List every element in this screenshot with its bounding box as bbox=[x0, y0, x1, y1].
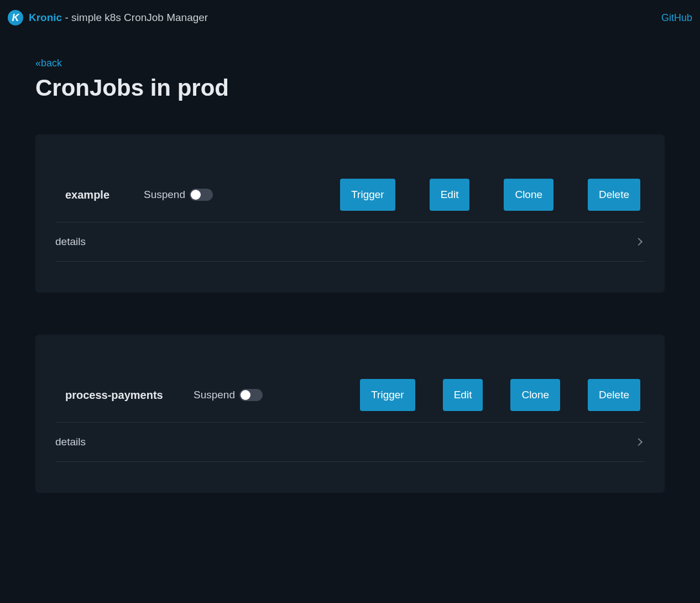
brand-name: Kronic bbox=[29, 12, 62, 23]
logo-icon: K bbox=[8, 10, 23, 25]
cronjob-header-row: process-payments Suspend Trigger Edit Cl… bbox=[55, 379, 645, 423]
clone-button[interactable]: Clone bbox=[510, 379, 560, 411]
content: «back CronJobs in prod example Suspend T… bbox=[0, 35, 700, 557]
details-label: details bbox=[55, 236, 86, 248]
toggle-knob bbox=[241, 390, 250, 400]
trigger-button[interactable]: Trigger bbox=[360, 379, 415, 411]
details-row[interactable]: details bbox=[55, 222, 645, 262]
app-title: Kronic - simple k8s CronJob Manager bbox=[29, 12, 208, 24]
cronjob-name: process-payments bbox=[55, 389, 194, 402]
chevron-right-icon bbox=[635, 438, 642, 446]
header: K Kronic - simple k8s CronJob Manager Gi… bbox=[0, 0, 700, 35]
cronjob-card: process-payments Suspend Trigger Edit Cl… bbox=[35, 335, 665, 493]
delete-button[interactable]: Delete bbox=[588, 379, 640, 411]
delete-button[interactable]: Delete bbox=[588, 179, 640, 211]
suspend-toggle[interactable] bbox=[190, 189, 213, 201]
trigger-button[interactable]: Trigger bbox=[340, 179, 395, 211]
page-title: CronJobs in prod bbox=[35, 75, 665, 101]
edit-button[interactable]: Edit bbox=[430, 179, 470, 211]
details-label: details bbox=[55, 436, 86, 448]
header-left: K Kronic - simple k8s CronJob Manager bbox=[8, 10, 208, 25]
brand-tagline: simple k8s CronJob Manager bbox=[71, 12, 208, 23]
suspend-label: Suspend bbox=[194, 389, 235, 401]
cronjob-actions: Trigger Edit Clone Delete bbox=[340, 179, 645, 211]
cronjob-name: example bbox=[55, 189, 144, 201]
back-link[interactable]: «back bbox=[35, 58, 62, 69]
github-link[interactable]: GitHub bbox=[661, 12, 692, 24]
cronjob-header-row: example Suspend Trigger Edit Clone Delet… bbox=[55, 179, 645, 222]
toggle-knob bbox=[191, 190, 201, 200]
suspend-label: Suspend bbox=[144, 189, 185, 201]
brand-separator: - bbox=[62, 12, 71, 23]
suspend-toggle[interactable] bbox=[239, 389, 263, 401]
clone-button[interactable]: Clone bbox=[504, 179, 553, 211]
cronjob-actions: Trigger Edit Clone Delete bbox=[360, 379, 645, 411]
suspend-group: Suspend bbox=[194, 389, 263, 401]
suspend-group: Suspend bbox=[144, 189, 213, 201]
edit-button[interactable]: Edit bbox=[443, 379, 483, 411]
details-row[interactable]: details bbox=[55, 423, 645, 462]
cronjob-card: example Suspend Trigger Edit Clone Delet… bbox=[35, 134, 665, 293]
chevron-right-icon bbox=[635, 238, 642, 246]
